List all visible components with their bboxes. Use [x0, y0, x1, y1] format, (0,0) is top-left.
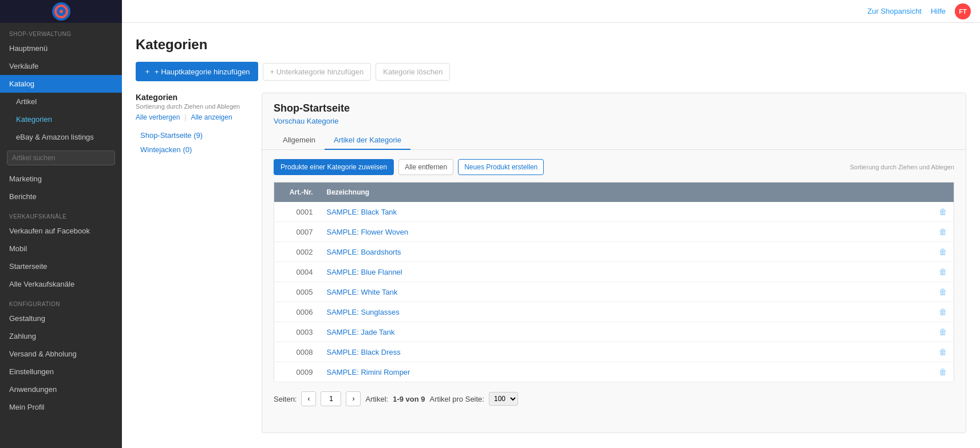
delete-icon[interactable]: 🗑 [939, 207, 947, 216]
alle-entfernen-button[interactable]: Alle entfernen [398, 159, 453, 175]
sidebar-item-ebay-amazon[interactable]: eBay & Amazon listings [0, 128, 122, 146]
delete-kategorie-label: Kategorie löschen [383, 68, 442, 76]
product-link[interactable]: SAMPLE: White Tank [327, 288, 398, 296]
sidebar-item-artikel[interactable]: Artikel [0, 93, 122, 110]
sidebar-item-katalog[interactable]: Katalog [0, 75, 122, 93]
page-input[interactable] [321, 391, 341, 406]
pagination: Seiten: ‹ › Artikel: 1-9 von 9 Artikel p… [274, 391, 954, 406]
svg-point-2 [60, 10, 63, 13]
art-nr-cell: 0009 [274, 362, 320, 382]
divider: | [184, 113, 186, 121]
product-link[interactable]: SAMPLE: Black Dress [327, 348, 401, 356]
product-link[interactable]: SAMPLE: Rimini Romper [327, 368, 410, 376]
alle-verbergen-link[interactable]: Alle verbergen [136, 113, 180, 121]
sidebar-item-marketing[interactable]: Marketing [0, 170, 122, 188]
delete-icon[interactable]: 🗑 [939, 327, 947, 336]
panel-toolbar-left: Produkte einer Kategorie zuweisen Alle e… [274, 159, 544, 175]
sidebar-item-kategorien[interactable]: Kategorien [0, 110, 122, 128]
bezeichnung-cell: SAMPLE: Flower Woven [320, 222, 931, 242]
sidebar-item-gestaltung[interactable]: Gestaltung [0, 310, 122, 327]
sidebar-item-verkaufe[interactable]: Verkäufe [0, 57, 122, 75]
action-cell: 🗑 [931, 322, 954, 342]
art-nr-cell: 0002 [274, 242, 320, 262]
sidebar-section-shop-verwaltung: Shop-Verwaltung [0, 23, 122, 39]
delete-icon[interactable]: 🗑 [939, 247, 947, 256]
neues-produkt-button[interactable]: Neues Produkt erstellen [458, 159, 544, 175]
product-link[interactable]: SAMPLE: Jade Tank [327, 328, 395, 336]
prev-page-button[interactable]: ‹ [301, 391, 316, 406]
sidebar-section-verkaufskanaele: Verkaufskanäle [0, 205, 122, 222]
tab-artikel-der-kategorie[interactable]: Artikel der Kategorie [325, 131, 410, 150]
add-hauptkategorie-label: + Hauptkategorie hinzufügen [155, 68, 250, 76]
zuweisen-button[interactable]: Produkte einer Kategorie zuweisen [274, 159, 394, 175]
product-link[interactable]: SAMPLE: Flower Woven [327, 228, 409, 236]
left-panel-title: Kategorien [136, 93, 250, 102]
page-title: Kategorien [136, 37, 966, 53]
panel-toolbar: Produkte einer Kategorie zuweisen Alle e… [274, 159, 954, 175]
pagination-seiten-label: Seiten: [274, 395, 297, 403]
table-row: 0006 SAMPLE: Sunglasses 🗑 [274, 302, 954, 322]
add-hauptkategorie-button[interactable]: ＋ + Hauptkategorie hinzufügen [136, 62, 258, 81]
delete-icon[interactable]: 🗑 [939, 227, 947, 236]
alle-anzeigen-link[interactable]: Alle anzeigen [191, 113, 232, 121]
art-nr-cell: 0003 [274, 322, 320, 342]
bezeichnung-cell: SAMPLE: Boardshorts [320, 242, 931, 262]
category-item-shop-startseite[interactable]: Shop-Startseite (9) [136, 128, 250, 142]
sidebar-item-berichte[interactable]: Berichte [0, 188, 122, 205]
tabs: Allgemein Artikel der Kategorie [274, 131, 954, 149]
category-link-shop-startseite[interactable]: Shop-Startseite (9) [140, 131, 203, 140]
category-item-wintejacken[interactable]: Wintejacken (0) [136, 142, 250, 157]
col-header-action [931, 183, 954, 203]
next-page-button[interactable]: › [346, 391, 361, 406]
product-link[interactable]: SAMPLE: Black Tank [327, 208, 397, 216]
delete-icon[interactable]: 🗑 [939, 287, 947, 296]
logo-icon [51, 1, 72, 22]
sidebar-item-versand[interactable]: Versand & Abholung [0, 345, 122, 363]
add-unterkategorie-button[interactable]: + Unterkategorie hinzufügen [263, 63, 372, 81]
sidebar-item-anwendungen[interactable]: Anwendungen [0, 380, 122, 398]
per-page-select[interactable]: 100 50 25 10 [489, 392, 518, 406]
action-cell: 🗑 [931, 242, 954, 262]
table-row: 0005 SAMPLE: White Tank 🗑 [274, 282, 954, 302]
table-row: 0002 SAMPLE: Boardshorts 🗑 [274, 242, 954, 262]
left-panel: Kategorien Sortierung durch Ziehen und A… [136, 93, 250, 433]
search-input[interactable] [7, 150, 115, 165]
topbar: Zur Shopansicht Hilfe FT [0, 0, 980, 23]
left-panel-controls: Alle verbergen | Alle anzeigen [136, 113, 250, 121]
bezeichnung-cell: SAMPLE: Black Dress [320, 342, 931, 362]
shop-view-link[interactable]: Zur Shopansicht [867, 7, 922, 15]
avatar[interactable]: FT [955, 3, 971, 19]
sidebar-item-hauptmenu[interactable]: Hauptmenü [0, 39, 122, 57]
delete-icon[interactable]: 🗑 [939, 347, 947, 356]
product-link[interactable]: SAMPLE: Sunglasses [327, 308, 400, 316]
sidebar-item-mobil[interactable]: Mobil [0, 240, 122, 257]
sidebar-item-facebook[interactable]: Verkaufen auf Facebook [0, 222, 122, 240]
sidebar-item-einstellungen[interactable]: Einstellungen [0, 363, 122, 380]
delete-icon[interactable]: 🗑 [939, 367, 947, 376]
bezeichnung-cell: SAMPLE: Black Tank [320, 202, 931, 222]
plus-icon: ＋ [144, 66, 151, 77]
category-link-wintejacken[interactable]: Wintejacken (0) [140, 145, 192, 154]
table-row: 0004 SAMPLE: Blue Flannel 🗑 [274, 262, 954, 282]
product-link[interactable]: SAMPLE: Boardshorts [327, 248, 401, 256]
sidebar-item-alle-verkaufskanaele[interactable]: Alle Verkaufskanäle [0, 275, 122, 293]
help-link[interactable]: Hilfe [931, 7, 946, 15]
delete-kategorie-button[interactable]: Kategorie löschen [376, 63, 450, 81]
product-link[interactable]: SAMPLE: Blue Flannel [327, 268, 402, 276]
vorschau-link[interactable]: Vorschau Kategorie [274, 117, 954, 125]
action-cell: 🗑 [931, 362, 954, 382]
bezeichnung-cell: SAMPLE: White Tank [320, 282, 931, 302]
sidebar-item-zahlung[interactable]: Zahlung [0, 327, 122, 345]
table-row: 0007 SAMPLE: Flower Woven 🗑 [274, 222, 954, 242]
add-unterkategorie-label: + Unterkategorie hinzufügen [270, 68, 364, 76]
delete-icon[interactable]: 🗑 [939, 267, 947, 276]
top-toolbar: ＋ + Hauptkategorie hinzufügen + Unterkat… [136, 62, 966, 81]
delete-icon[interactable]: 🗑 [939, 307, 947, 316]
tab-allgemein[interactable]: Allgemein [274, 131, 325, 150]
action-cell: 🗑 [931, 202, 954, 222]
bezeichnung-cell: SAMPLE: Sunglasses [320, 302, 931, 322]
products-table: Art.-Nr. Bezeichnung 0001 SAMPLE: Black … [274, 182, 954, 382]
sidebar-item-starterseite[interactable]: Starterseite [0, 257, 122, 275]
sidebar-item-mein-profil[interactable]: Mein Profil [0, 398, 122, 416]
bezeichnung-cell: SAMPLE: Rimini Romper [320, 362, 931, 382]
